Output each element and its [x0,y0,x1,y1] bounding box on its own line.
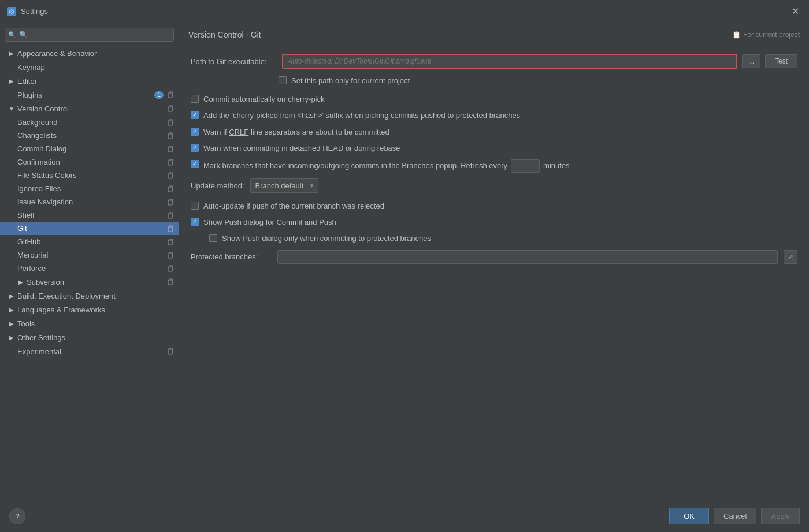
plugins-badge: 1 [154,91,164,99]
copy-icon [167,91,174,98]
sidebar-item-vc-shelf[interactable]: Shelf [0,209,179,222]
current-project-checkbox[interactable] [279,76,287,84]
auto-update-checkbox[interactable] [191,202,199,210]
cherry-pick-auto-label: Commit automatically on cherry-pick [203,94,325,105]
update-method-select-wrapper: Branch default Merge Rebase ▼ [250,178,318,193]
expand-arrow-icon: ▶ [7,333,16,342]
sidebar-item-editor[interactable]: ▶ Editor [0,74,179,88]
sidebar-item-vc-commit-dialog[interactable]: Commit Dialog [0,142,179,155]
test-button[interactable]: Test [765,54,797,68]
sidebar-item-version-control[interactable]: ▼ Version Control [0,102,179,116]
sidebar-item-vc-ignored[interactable]: Ignored Files [0,182,179,195]
sidebar-item-plugins[interactable]: Plugins 1 [0,88,179,102]
breadcrumb: Version Control › Git [188,30,261,39]
git-path-input[interactable] [282,54,737,69]
sidebar-item-vc-background[interactable]: Background [0,116,179,129]
sidebar-item-label: Perforce [16,264,167,273]
detached-head-row: Warn when committing in detached HEAD or… [191,143,797,154]
sidebar-item-experimental[interactable]: Experimental [0,344,179,358]
breadcrumb-current: Git [251,30,261,39]
update-method-select[interactable]: Branch default Merge Rebase [250,178,318,193]
sidebar-item-vc-file-status[interactable]: File Status Colors [0,169,179,182]
svg-rect-11 [168,214,172,218]
sidebar-item-tools[interactable]: ▶ Tools [0,317,179,330]
expand-arrow-icon: ▶ [7,319,16,328]
svg-rect-7 [168,161,172,165]
help-button[interactable]: ? [9,508,25,524]
expand-arrow-icon: ▶ [7,305,16,314]
cherry-pick-auto-checkbox[interactable] [191,95,199,103]
git-path-row: Path to Git executable: ... Test [191,54,797,69]
spacer [7,90,16,99]
cherry-pick-suffix-checkbox[interactable] [191,111,199,119]
copy-icon [167,212,174,219]
sidebar-item-languages[interactable]: ▶ Languages & Frameworks [0,303,179,317]
copy-icon [167,239,174,245]
svg-rect-15 [168,267,172,271]
sidebar-item-label: File Status Colors [16,171,167,180]
sidebar-item-label: Build, Execution, Deployment [16,292,174,300]
sidebar-item-label: Ignored Files [16,184,167,193]
sidebar-item-vc-github[interactable]: GitHub [0,235,179,248]
crlf-warn-row: Warn if CRLF line separators are about t… [191,127,797,137]
cancel-button[interactable]: Cancel [714,508,756,524]
spacer [7,62,16,72]
svg-rect-16 [168,280,172,285]
auto-update-row: Auto-update if push of the current branc… [191,201,797,211]
mark-branches-text: Mark branches that have incoming/outgoin… [203,161,507,171]
sidebar-item-vc-changelists[interactable]: Changelists [0,129,179,142]
copy-icon [167,119,174,126]
copy-icon [167,132,174,139]
close-button[interactable]: ✕ [788,5,802,18]
protected-branches-input[interactable]: master [277,250,778,264]
detached-head-checkbox[interactable] [191,144,199,152]
sidebar-items: ▶ Appearance & Behavior Keymap ▶ Editor … [0,46,179,500]
sidebar-item-other[interactable]: ▶ Other Settings [0,330,179,344]
sidebar-item-build[interactable]: ▶ Build, Execution, Deployment [0,289,179,303]
minutes-input[interactable]: 10 [511,159,540,173]
sidebar-item-label: GitHub [16,237,167,246]
sidebar-item-vc-subversion[interactable]: ▶ Subversion [0,275,179,289]
mark-branches-label: Mark branches that have incoming/outgoin… [203,159,570,173]
sidebar-item-label: Experimental [16,347,167,356]
sidebar-item-label: Keymap [16,63,174,72]
sidebar-item-vc-issue-nav[interactable]: Issue Navigation [0,195,179,209]
crlf-warn-checkbox[interactable] [191,128,199,136]
sidebar-item-label: Shelf [16,211,167,220]
sidebar-item-label: Languages & Frameworks [16,306,174,314]
sidebar-item-vc-perforce[interactable]: Perforce [0,262,179,275]
copy-icon [167,185,174,192]
show-push-checkbox[interactable] [191,218,199,226]
current-project-label: Set this path only for current project [291,76,410,86]
mark-branches-row: Mark branches that have incoming/outgoin… [191,159,797,173]
search-input[interactable] [5,28,174,42]
sidebar-item-vc-mercurial[interactable]: Mercurial [0,248,179,262]
show-push-protected-checkbox[interactable] [209,234,217,242]
svg-rect-3 [168,107,172,111]
sidebar-item-keymap[interactable]: Keymap [0,60,179,74]
svg-rect-9 [168,187,172,192]
expand-protected-button[interactable]: ⤢ [784,250,797,264]
sidebar-item-label: Other Settings [16,333,174,342]
sidebar-item-appearance[interactable]: ▶ Appearance & Behavior [0,46,179,60]
spacer [7,347,16,356]
apply-button[interactable]: Apply [761,508,800,524]
browse-button[interactable]: ... [742,54,760,68]
ok-button[interactable]: OK [669,508,709,524]
copy-icon [167,105,174,112]
sidebar-item-label: Editor [16,77,174,85]
sidebar-item-vc-confirmation[interactable]: Confirmation [0,155,179,169]
sidebar: 🔍 ▶ Appearance & Behavior Keymap ▶ Edito… [0,23,179,500]
protected-branches-row: Protected branches: master ⤢ [191,250,797,264]
project-note-text: For current project [743,31,800,39]
window-title: Settings [21,7,48,16]
main-panel: Version Control › Git 📋 For current proj… [179,23,809,500]
search-box[interactable]: 🔍 [5,28,174,42]
cherry-pick-auto-row: Commit automatically on cherry-pick [191,94,797,105]
sidebar-item-vc-git[interactable]: Git [0,222,179,235]
svg-rect-6 [168,147,172,152]
auto-update-label: Auto-update if push of the current branc… [203,201,384,211]
mark-branches-checkbox[interactable] [191,160,199,168]
footer: ? OK Cancel Apply [0,500,809,532]
svg-rect-13 [168,240,172,245]
